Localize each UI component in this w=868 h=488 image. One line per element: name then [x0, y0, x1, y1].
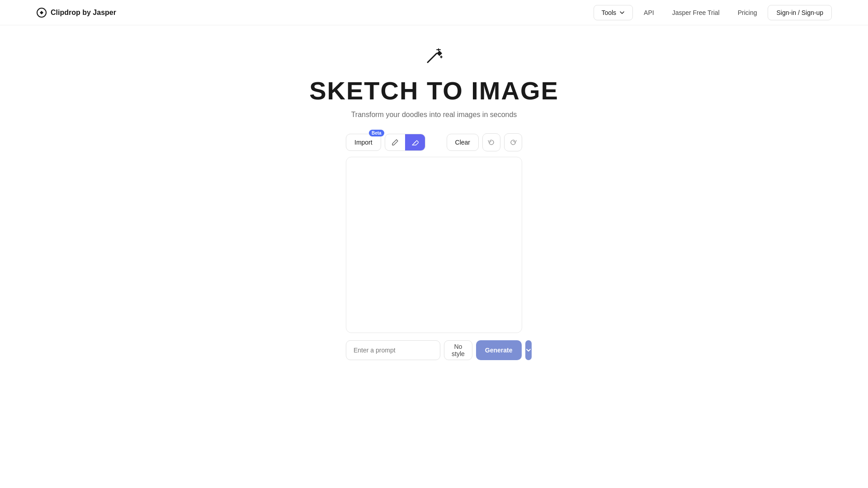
navbar-right: Tools API Jasper Free Trial Pricing Sign… — [594, 5, 832, 20]
import-button[interactable]: Import Beta — [346, 134, 381, 151]
logo-icon — [36, 7, 47, 18]
jasper-trial-link[interactable]: Jasper Free Trial — [665, 5, 727, 20]
page-title: SKETCH TO IMAGE — [309, 76, 559, 105]
chevron-down-icon — [619, 9, 625, 16]
redo-button[interactable] — [504, 133, 522, 151]
signin-button[interactable]: Sign-in / Sign-up — [768, 5, 832, 20]
style-button[interactable]: No style — [444, 340, 472, 360]
beta-badge: Beta — [369, 130, 384, 136]
wand-icon — [423, 45, 445, 67]
pricing-link[interactable]: Pricing — [731, 5, 764, 20]
svg-marker-2 — [437, 51, 442, 56]
pencil-icon — [392, 139, 399, 146]
tools-button[interactable]: Tools — [594, 5, 633, 20]
logo-text: Clipdrop by Jasper — [51, 9, 116, 17]
generate-button[interactable]: Generate — [476, 340, 522, 360]
prompt-bar: No style Generate — [346, 340, 522, 360]
redo-icon — [509, 139, 517, 146]
navbar: Clipdrop by Jasper Tools API Jasper Free… — [0, 0, 868, 25]
api-link[interactable]: API — [637, 5, 661, 20]
main-content: SKETCH TO IMAGE Transform your doodles i… — [0, 0, 868, 488]
svg-line-7 — [414, 141, 416, 143]
draw-erase-group — [385, 134, 425, 151]
undo-icon — [488, 139, 495, 146]
generate-dropdown-button[interactable] — [525, 340, 532, 360]
sketch-canvas[interactable] — [346, 157, 522, 333]
import-label: Import — [354, 139, 373, 146]
undo-button[interactable] — [482, 133, 500, 151]
page-subtitle: Transform your doodles into real images … — [351, 111, 517, 119]
eraser-button[interactable] — [405, 134, 425, 150]
clear-button[interactable]: Clear — [447, 134, 479, 151]
hero-icon-container — [423, 45, 445, 69]
toolbar: Import Beta Clear — [346, 133, 522, 151]
pencil-button[interactable] — [385, 134, 405, 150]
chevron-down-icon — [525, 347, 532, 353]
prompt-input[interactable] — [346, 340, 440, 360]
svg-line-1 — [428, 53, 437, 62]
eraser-icon — [411, 139, 419, 146]
tools-label: Tools — [601, 9, 616, 16]
logo[interactable]: Clipdrop by Jasper — [36, 7, 116, 18]
